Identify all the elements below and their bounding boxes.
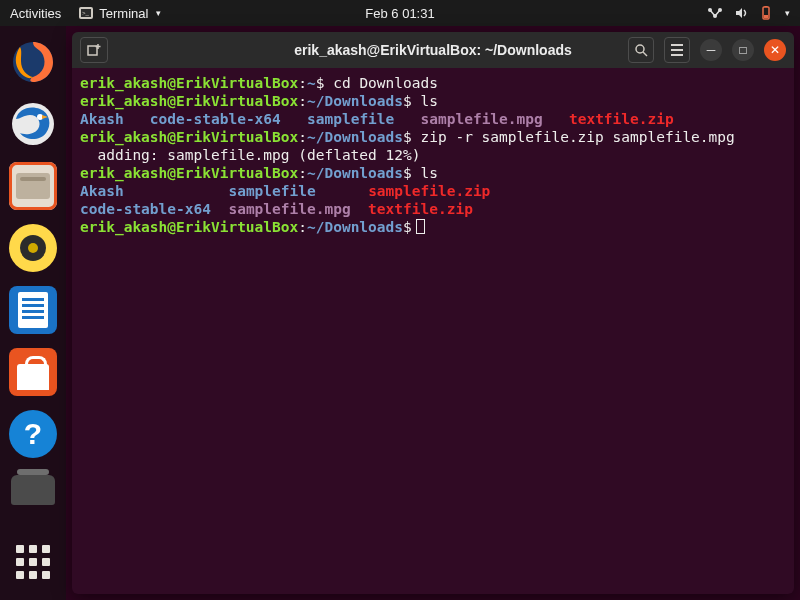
active-app-menu[interactable]: >_ Terminal▾ [79,6,161,21]
rhythmbox-icon[interactable] [9,224,57,272]
window-close-button[interactable]: ✕ [764,39,786,61]
show-applications-icon[interactable] [9,538,57,586]
svg-rect-12 [88,46,97,55]
thunderbird-icon[interactable] [9,100,57,148]
search-button[interactable] [628,37,654,63]
svg-rect-7 [765,6,768,7]
terminal-content[interactable]: erik_akash@ErikVirtualBox:~$ cd Download… [72,68,794,242]
network-icon[interactable] [707,7,723,19]
system-menu-icon[interactable]: ▾ [785,8,790,18]
window-title: erik_akash@ErikVirtualBox: ~/Downloads [294,42,572,58]
volume-icon[interactable] [735,7,749,19]
top-panel: Activities >_ Terminal▾ Feb 6 01:31 ▾ [0,0,800,26]
window-minimize-button[interactable]: ─ [700,39,722,61]
activities-button[interactable]: Activities [10,6,61,21]
battery-icon[interactable] [761,6,771,20]
trash-icon[interactable] [9,472,57,508]
menu-button[interactable] [664,37,690,63]
svg-text:>_: >_ [82,10,90,16]
svg-point-13 [636,45,644,53]
files-icon[interactable] [9,162,57,210]
cursor [416,219,425,234]
clock[interactable]: Feb 6 01:31 [365,6,434,21]
help-icon[interactable]: ? [9,410,57,458]
libreoffice-writer-icon[interactable] [9,286,57,334]
terminal-window: erik_akash@ErikVirtualBox: ~/Downloads ─… [72,32,794,594]
svg-rect-8 [764,15,768,18]
window-maximize-button[interactable]: □ [732,39,754,61]
window-titlebar: erik_akash@ErikVirtualBox: ~/Downloads ─… [72,32,794,68]
ubuntu-software-icon[interactable] [9,348,57,396]
launcher-dock: ? [0,26,66,600]
new-tab-button[interactable] [80,37,108,63]
firefox-icon[interactable] [9,38,57,86]
